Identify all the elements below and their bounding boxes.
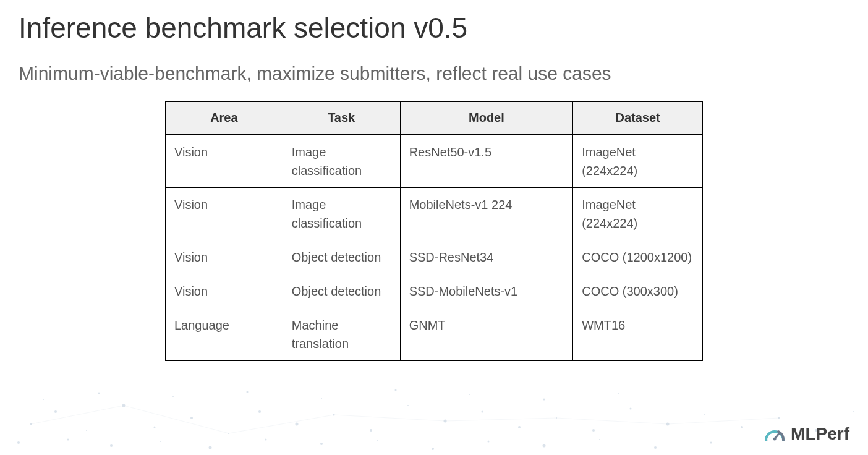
svg-point-42 <box>247 391 249 393</box>
svg-point-20 <box>741 426 743 428</box>
table-row: Vision Object detection SSD-ResNet34 COC… <box>166 240 703 274</box>
header-model: Model <box>400 102 573 135</box>
svg-point-40 <box>98 393 100 394</box>
svg-point-12 <box>444 420 447 423</box>
svg-point-25 <box>67 439 69 441</box>
svg-line-49 <box>124 406 229 433</box>
svg-point-2 <box>86 430 87 431</box>
svg-point-0 <box>30 423 32 425</box>
cell-dataset: WMT16 <box>573 308 703 361</box>
cell-model: ResNet50-v1.5 <box>400 135 573 188</box>
svg-line-48 <box>31 406 124 424</box>
svg-line-50 <box>229 415 334 433</box>
svg-point-9 <box>333 414 335 416</box>
svg-point-5 <box>190 417 193 419</box>
svg-line-54 <box>668 418 779 424</box>
svg-point-45 <box>469 394 470 395</box>
svg-point-36 <box>654 446 657 449</box>
svg-point-16 <box>592 429 595 432</box>
cell-model: SSD-MobileNets-v1 <box>400 274 573 308</box>
table-row: Language Machine translation GNMT WMT16 <box>166 308 703 361</box>
cell-area: Vision <box>166 240 283 274</box>
cell-dataset: ImageNet (224x224) <box>573 188 703 240</box>
table-row: Vision Image classification MobileNets-v… <box>166 188 703 240</box>
cell-task: Machine translation <box>283 308 400 361</box>
svg-point-14 <box>518 426 521 428</box>
table-row: Vision Image classification ResNet50-v1.… <box>166 135 703 188</box>
svg-point-47 <box>618 393 619 394</box>
cell-area: Vision <box>166 135 283 188</box>
cell-task: Object detection <box>283 240 400 274</box>
svg-point-26 <box>110 444 113 447</box>
benchmark-table: Area Task Model Dataset Vision Image cla… <box>165 101 703 361</box>
cell-task: Object detection <box>283 274 400 308</box>
table-container: Area Task Model Dataset Vision Image cla… <box>0 101 868 361</box>
svg-point-18 <box>666 423 670 426</box>
cell-dataset: COCO (1200x1200) <box>573 240 703 274</box>
svg-point-23 <box>853 411 854 412</box>
cell-model: GNMT <box>400 308 573 361</box>
cell-model: SSD-ResNet34 <box>400 240 573 274</box>
svg-point-27 <box>160 441 161 442</box>
table-row: Vision Object detection SSD-MobileNets-v… <box>166 274 703 308</box>
svg-point-29 <box>265 439 267 441</box>
cell-model: MobileNets-v1 224 <box>400 188 573 240</box>
svg-point-39 <box>43 399 44 400</box>
svg-point-28 <box>209 446 212 449</box>
cell-area: Vision <box>166 274 283 308</box>
svg-point-17 <box>630 408 632 410</box>
svg-point-56 <box>773 438 777 441</box>
cell-dataset: ImageNet (224x224) <box>573 135 703 188</box>
svg-point-21 <box>778 417 780 419</box>
slide-title: Inference benchmark selection v0.5 <box>0 0 868 45</box>
svg-point-10 <box>370 429 372 432</box>
svg-point-11 <box>407 405 409 406</box>
mlperf-logo: MLPerf <box>764 424 849 444</box>
cell-task: Image classification <box>283 188 400 240</box>
svg-point-33 <box>488 441 490 443</box>
cell-area: Vision <box>166 188 283 240</box>
svg-point-4 <box>154 427 156 428</box>
svg-point-43 <box>321 398 322 399</box>
cell-dataset: COCO (300x300) <box>573 274 703 308</box>
cell-task: Image classification <box>283 135 400 188</box>
svg-line-53 <box>556 418 668 424</box>
cell-area: Language <box>166 308 283 361</box>
header-dataset: Dataset <box>573 102 703 135</box>
svg-point-46 <box>543 399 545 401</box>
svg-point-24 <box>17 441 20 444</box>
svg-point-31 <box>377 440 378 441</box>
svg-point-3 <box>122 404 126 407</box>
svg-point-37 <box>710 442 712 444</box>
svg-line-51 <box>334 415 445 421</box>
svg-point-44 <box>395 389 397 391</box>
svg-point-34 <box>543 444 546 448</box>
svg-point-1 <box>54 410 57 413</box>
svg-point-7 <box>258 410 261 413</box>
svg-point-32 <box>432 448 434 450</box>
svg-point-41 <box>172 396 174 397</box>
table-header-row: Area Task Model Dataset <box>166 102 703 135</box>
svg-point-13 <box>482 411 483 413</box>
svg-point-6 <box>228 433 229 434</box>
svg-point-19 <box>704 414 705 415</box>
svg-point-35 <box>599 439 600 440</box>
logo-text: MLPerf <box>791 424 849 444</box>
svg-point-15 <box>556 417 557 419</box>
slide-subtitle: Minimum-viable-benchmark, maximize submi… <box>0 45 868 84</box>
svg-line-52 <box>445 418 556 421</box>
header-task: Task <box>283 102 400 135</box>
svg-point-30 <box>320 443 323 445</box>
header-area: Area <box>166 102 283 135</box>
gauge-icon <box>764 425 786 443</box>
svg-point-8 <box>296 423 299 426</box>
